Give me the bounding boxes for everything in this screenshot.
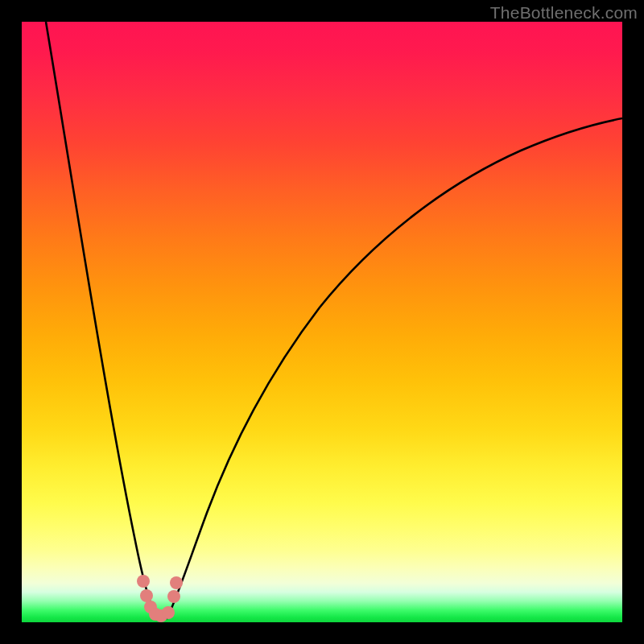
curve-layer [46, 22, 622, 619]
marker-dot [140, 589, 153, 602]
marker-dot [137, 575, 150, 588]
plot-area [22, 22, 622, 622]
marker-dot [162, 606, 175, 619]
chart-svg [22, 22, 622, 622]
right-curve [167, 118, 622, 619]
left-curve [46, 22, 159, 619]
chart-frame: TheBottleneck.com [0, 0, 644, 644]
attribution-text: TheBottleneck.com [490, 3, 638, 23]
marker-dot [167, 590, 180, 603]
marker-dot [170, 576, 183, 589]
marker-layer [137, 575, 183, 622]
